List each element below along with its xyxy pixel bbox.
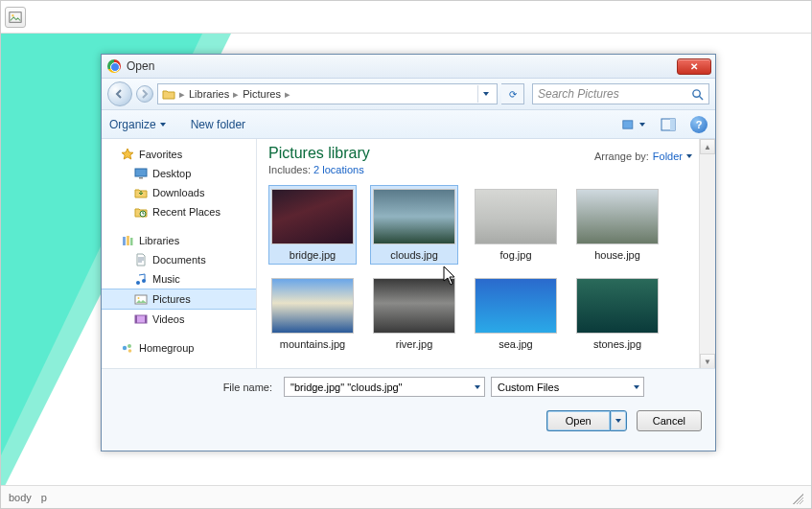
back-button[interactable] xyxy=(107,81,132,106)
organize-menu[interactable]: Organize xyxy=(109,118,166,131)
star-icon xyxy=(121,148,134,161)
thumbnail-label: house.jpg xyxy=(594,249,640,261)
status-item: p xyxy=(41,492,47,503)
thumbnail-view-icon xyxy=(622,118,637,131)
tree-item-downloads[interactable]: Downloads xyxy=(102,183,256,202)
thumbnail-image xyxy=(475,278,557,334)
chevron-down-icon: ▼ xyxy=(704,358,711,366)
filename-input[interactable]: "bridge.jpg" "clouds.jpg" xyxy=(284,377,485,397)
thumbnail-label: fog.jpg xyxy=(499,249,531,261)
folder-icon xyxy=(162,87,175,101)
arrange-by[interactable]: Arrange by: Folder xyxy=(594,150,692,162)
content-pane: Pictures library Includes: 2 locations A… xyxy=(257,139,715,369)
status-item: body xyxy=(9,492,32,503)
file-thumbnail[interactable]: sea.jpg xyxy=(472,274,560,354)
tree-item-music[interactable]: Music xyxy=(102,269,256,289)
help-button[interactable]: ? xyxy=(690,116,708,133)
addr-dropdown-button[interactable] xyxy=(477,85,493,103)
tree-group-favorites[interactable]: Favorites xyxy=(102,145,256,164)
svg-rect-18 xyxy=(145,315,147,323)
svg-point-19 xyxy=(123,346,127,350)
search-input[interactable]: Search Pictures xyxy=(532,83,709,104)
scroll-up-button[interactable]: ▲ xyxy=(700,139,715,154)
svg-point-2 xyxy=(693,89,700,96)
music-icon xyxy=(134,272,148,286)
refresh-icon: ⟳ xyxy=(509,89,517,100)
file-thumbnail[interactable]: clouds.jpg xyxy=(370,185,458,265)
thumbnail-image xyxy=(271,278,354,334)
open-file-dialog: Open ✕ ▸ Libraries ▸ Pictures ▸ ⟳ Search xyxy=(101,54,716,451)
arrow-right-icon xyxy=(139,88,151,100)
help-icon: ? xyxy=(696,119,703,130)
dialog-titlebar[interactable]: Open ✕ xyxy=(102,55,715,79)
library-subtitle: Includes: 2 locations xyxy=(268,164,715,175)
search-placeholder: Search Pictures xyxy=(538,87,691,101)
thumbnail-label: bridge.jpg xyxy=(290,249,336,261)
forward-button[interactable] xyxy=(136,85,153,103)
preview-pane-button[interactable] xyxy=(656,115,681,134)
filetype-select[interactable]: Custom Files xyxy=(491,377,644,397)
thumbnail-image xyxy=(373,189,455,244)
cancel-button[interactable]: Cancel xyxy=(637,410,702,431)
scroll-track[interactable] xyxy=(700,154,715,354)
app-window: Open ✕ ▸ Libraries ▸ Pictures ▸ ⟳ Search xyxy=(0,0,812,509)
file-thumbnail[interactable]: bridge.jpg xyxy=(268,185,357,265)
resize-grip[interactable] xyxy=(790,491,803,504)
chevron-down-icon xyxy=(160,123,166,127)
svg-point-21 xyxy=(128,349,132,353)
tree-group-libraries[interactable]: Libraries xyxy=(102,231,256,250)
close-button[interactable]: ✕ xyxy=(677,58,711,75)
tree-item-videos[interactable]: Videos xyxy=(102,310,256,329)
open-dropdown-button[interactable] xyxy=(610,410,627,431)
chevron-down-icon xyxy=(634,385,639,389)
tree-item-desktop[interactable]: Desktop xyxy=(102,164,256,183)
locations-link[interactable]: 2 locations xyxy=(313,164,364,175)
videos-icon xyxy=(134,312,148,326)
thumbnail-image xyxy=(373,278,455,334)
thumbnail-image xyxy=(475,189,557,244)
breadcrumb-item[interactable]: Pictures xyxy=(243,88,281,100)
tree-item-recent[interactable]: Recent Places xyxy=(102,202,256,221)
dialog-body: Favorites Desktop Downloads Recent Place… xyxy=(102,139,715,369)
svg-rect-0 xyxy=(10,12,21,22)
tree-item-documents[interactable]: Documents xyxy=(102,250,256,269)
breadcrumb-item[interactable]: Libraries xyxy=(189,88,229,100)
scroll-down-button[interactable]: ▼ xyxy=(700,354,715,369)
tree-group-homegroup[interactable]: Homegroup xyxy=(102,338,256,358)
view-mode-button[interactable] xyxy=(621,115,646,134)
open-button[interactable]: Open xyxy=(546,410,610,431)
address-bar[interactable]: ▸ Libraries ▸ Pictures ▸ xyxy=(157,83,498,104)
command-bar: Organize New folder ? xyxy=(102,110,715,139)
arrow-left-icon xyxy=(114,88,126,100)
file-thumbnail[interactable]: stones.jpg xyxy=(573,274,661,354)
file-thumbnail[interactable]: mountains.jpg xyxy=(268,274,357,354)
preview-pane-icon xyxy=(661,118,676,131)
svg-rect-6 xyxy=(135,169,147,176)
new-folder-button[interactable]: New folder xyxy=(191,118,245,131)
svg-rect-3 xyxy=(623,120,633,127)
refresh-button[interactable]: ⟳ xyxy=(501,83,524,104)
close-icon: ✕ xyxy=(690,61,698,72)
file-thumbnail[interactable]: river.jpg xyxy=(370,274,458,354)
nav-row: ▸ Libraries ▸ Pictures ▸ ⟳ Search Pictur… xyxy=(102,79,715,110)
breadcrumb-separator: ▸ xyxy=(285,88,290,101)
thumbnail-label: river.jpg xyxy=(396,338,433,350)
thumbnail-label: mountains.jpg xyxy=(280,338,346,350)
filename-label: File name: xyxy=(111,382,278,393)
open-split-button[interactable]: Open xyxy=(546,410,627,431)
breadcrumb-separator: ▸ xyxy=(233,88,239,101)
homegroup-icon xyxy=(121,341,134,355)
vertical-scrollbar[interactable]: ▲ ▼ xyxy=(699,139,715,369)
chevron-down-icon xyxy=(639,123,645,127)
image-icon xyxy=(9,11,22,24)
file-thumbnail[interactable]: fog.jpg xyxy=(472,185,560,265)
svg-rect-5 xyxy=(670,119,675,130)
chevron-down-icon xyxy=(475,385,480,389)
chevron-down-icon xyxy=(615,419,621,423)
file-thumbnail[interactable]: house.jpg xyxy=(573,185,661,265)
tree-item-pictures[interactable]: Pictures xyxy=(102,289,256,310)
downloads-icon xyxy=(134,186,148,199)
insert-image-button[interactable] xyxy=(5,7,26,28)
svg-point-20 xyxy=(128,344,131,348)
nav-tree[interactable]: Favorites Desktop Downloads Recent Place… xyxy=(102,139,257,369)
